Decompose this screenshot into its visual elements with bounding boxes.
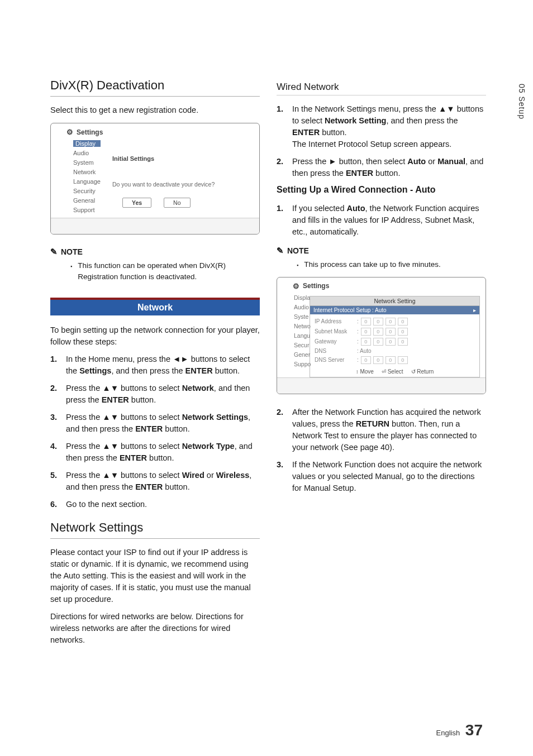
bullet-square-icon: ▪: [70, 263, 72, 282]
step-item: 1.If you selected Auto, the Network Func…: [277, 203, 486, 238]
step-item: 3.Press the ▲▼ buttons to select Network…: [50, 412, 260, 435]
octet-cell[interactable]: 0: [361, 318, 371, 326]
menu-item[interactable]: System: [73, 159, 101, 166]
step-text: If you selected Auto, the Network Functi…: [292, 203, 486, 238]
step-text: In the Network Settings menu, press the …: [292, 103, 486, 150]
wired-steps-bottom: 2.After the Network Function has acquire…: [277, 406, 486, 494]
left-column: DivX(R) Deactivation Select this to get …: [50, 78, 260, 652]
octet-row: :0000: [357, 328, 475, 336]
octet-cell[interactable]: 0: [373, 328, 383, 336]
menu-item[interactable]: Network: [73, 169, 101, 175]
protocol-setup-row[interactable]: Internet Protocol Setup : Auto ▸: [310, 306, 479, 314]
octet-cell[interactable]: 0: [398, 328, 408, 336]
auto-step-list: 1.If you selected Auto, the Network Func…: [277, 203, 486, 238]
octet-row: :0000: [357, 338, 475, 346]
right-arrow-icon: ▸: [473, 307, 476, 313]
step-item: 1.In the Home menu, press the ◄► buttons…: [50, 353, 260, 377]
octet-cell[interactable]: 0: [373, 356, 383, 364]
octet-cell[interactable]: 0: [361, 356, 371, 364]
step-text: After the Network Function has acquired …: [292, 406, 486, 453]
menu-item[interactable]: Support: [73, 207, 101, 213]
step-text: Go to the next section.: [66, 499, 147, 510]
octet-cell[interactable]: 0: [398, 356, 408, 364]
step-number: 2.: [277, 406, 287, 453]
note-bullet-right: ▪ This process can take up to five minut…: [297, 259, 486, 270]
network-setting-panel: Network Setting Internet Protocol Setup …: [310, 296, 480, 377]
settings-right-pane: Initial Settings Do you want to deactiva…: [112, 138, 259, 218]
note-bullet: ▪ This function can be operated when Div…: [70, 260, 260, 282]
octet-cell[interactable]: 0: [386, 356, 396, 364]
paragraph-begin: To begin setting up the network connecti…: [50, 324, 260, 348]
net-row-value: : Auto: [357, 348, 475, 354]
bullet-square-icon: ▪: [297, 262, 298, 270]
octet-cell[interactable]: 0: [361, 338, 371, 346]
menu-item[interactable]: Netwo: [294, 323, 311, 329]
menu-item[interactable]: Syste: [294, 313, 311, 320]
side-tab: 05 Setup: [517, 84, 526, 119]
menu-item[interactable]: Audio: [294, 304, 311, 310]
step-text: Press the ▲▼ buttons to select Network S…: [66, 412, 260, 435]
menu-item[interactable]: Langu: [294, 332, 311, 339]
note-icon: ✎: [277, 246, 284, 256]
protocol-setup-label: Internet Protocol Setup : Auto: [313, 307, 387, 313]
footer-hint: ↺ Return: [411, 369, 434, 375]
octet-row: :0000: [357, 356, 475, 364]
step-number: 1.: [277, 103, 287, 150]
step-number: 5.: [50, 470, 60, 493]
step-item: 5.Press the ▲▼ buttons to select Wired o…: [50, 470, 260, 493]
net-row-label: Gateway: [315, 338, 354, 344]
dialog-question: Do you want to deactivate your device?: [112, 181, 259, 188]
menu-item[interactable]: Display: [73, 140, 101, 147]
menu-item[interactable]: General: [73, 197, 101, 204]
settings-menu: DisplayAudioSystemNetworkLanguageSecurit…: [73, 140, 101, 213]
footer-hint: ⏎ Select: [382, 369, 403, 375]
octet-row: :0000: [357, 318, 475, 326]
octet-cell[interactable]: 0: [398, 318, 408, 326]
paragraph-netset2: Directions for wired networks are below.…: [50, 611, 260, 646]
step-item: 2.Press the ▲▼ buttons to select Network…: [50, 382, 260, 406]
menu-item[interactable]: Suppo: [294, 361, 311, 367]
chapter-title: Setup: [517, 96, 526, 119]
step-item: 1.In the Network Settings menu, press th…: [277, 103, 486, 150]
step-item: 2.Press the ► button, then select Auto o…: [277, 156, 486, 179]
step-text: If the Network Function does not acquire…: [292, 459, 486, 494]
note-header: ✎ NOTE: [50, 247, 260, 257]
box-footer-strip: [277, 378, 486, 394]
network-values-grid: IP Address:0000Subnet Mask:0000Gateway:0…: [310, 314, 479, 366]
paragraph-divx: Select this to get a new registration co…: [50, 104, 260, 116]
menu-item[interactable]: Language: [73, 178, 101, 185]
octet-cell[interactable]: 0: [373, 338, 383, 346]
step-item: 4.Press the ▲▼ buttons to select Network…: [50, 441, 260, 464]
heading-auto-connection: Setting Up a Wired Connection - Auto: [277, 185, 486, 195]
dialog-buttons: Yes No: [122, 198, 259, 218]
heading-network-settings: Network Settings: [50, 520, 260, 539]
note-label: NOTE: [287, 246, 309, 255]
settings-header: ⚙ Settings: [51, 123, 259, 138]
octet-cell[interactable]: 0: [373, 318, 383, 326]
net-row-label: Subnet Mask: [315, 328, 354, 334]
menu-item[interactable]: Displa: [294, 294, 311, 301]
no-button[interactable]: No: [164, 198, 190, 208]
octet-cell[interactable]: 0: [386, 338, 396, 346]
menu-item[interactable]: Audio: [73, 150, 101, 156]
pane-title: Initial Settings: [112, 155, 259, 162]
octet-cell[interactable]: 0: [386, 318, 396, 326]
octet-cell[interactable]: 0: [386, 328, 396, 336]
step-number: 6.: [50, 499, 60, 510]
yes-button[interactable]: Yes: [122, 198, 151, 208]
octet-cell[interactable]: 0: [398, 338, 408, 346]
note-header-right: ✎ NOTE: [277, 246, 486, 256]
network-steps-list: 1.In the Home menu, press the ◄► buttons…: [50, 353, 260, 510]
step-number: 1.: [50, 353, 60, 377]
step-text: Press the ▲▼ buttons to select Network T…: [66, 441, 260, 464]
gear-icon: ⚙: [293, 282, 299, 290]
menu-item[interactable]: Gener: [294, 351, 311, 358]
octet-cell[interactable]: 0: [361, 328, 371, 336]
step-number: 3.: [277, 459, 287, 494]
wired-steps-top: 1.In the Network Settings menu, press th…: [277, 103, 486, 179]
step-item: 2.After the Network Function has acquire…: [277, 406, 486, 453]
panel-title: Network Setting: [310, 296, 479, 306]
settings-header: ⚙ Settings: [277, 277, 486, 293]
menu-item[interactable]: Secur: [294, 342, 311, 348]
menu-item[interactable]: Security: [73, 188, 101, 194]
